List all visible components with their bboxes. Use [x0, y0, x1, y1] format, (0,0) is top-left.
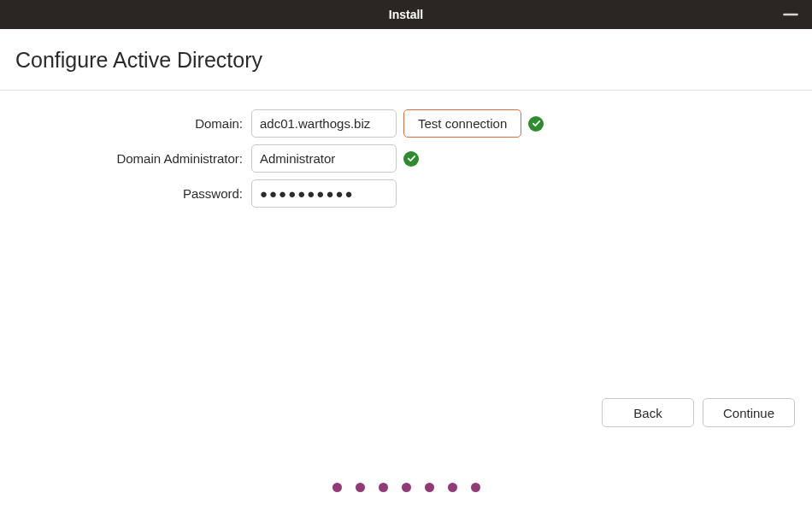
titlebar: Install: [0, 0, 812, 29]
domain-label: Domain:: [0, 116, 244, 131]
progress-dot: [471, 483, 480, 492]
checkmark-icon: [403, 151, 419, 167]
window-title: Install: [389, 8, 423, 21]
content-area: Configure Active Directory Domain: Test …: [0, 29, 812, 528]
password-label: Password:: [0, 186, 244, 201]
continue-button[interactable]: Continue: [703, 398, 795, 427]
footer-buttons: Back Continue: [602, 398, 795, 427]
progress-dot: [425, 483, 434, 492]
page-header: Configure Active Directory: [0, 29, 812, 91]
progress-dot: [402, 483, 411, 492]
admin-input[interactable]: [251, 144, 397, 173]
page-title: Configure Active Directory: [15, 48, 797, 73]
domain-input[interactable]: [251, 109, 397, 138]
progress-dot: [332, 483, 342, 492]
progress-dot: [379, 483, 388, 492]
admin-row: Domain Administrator:: [0, 144, 812, 173]
back-button[interactable]: Back: [602, 398, 694, 427]
form-area: Domain: Test connection Domain Administr…: [0, 91, 812, 208]
password-row: Password:: [0, 179, 812, 208]
password-input[interactable]: [251, 179, 397, 208]
test-connection-button[interactable]: Test connection: [403, 109, 521, 138]
domain-row: Domain: Test connection: [0, 109, 812, 138]
progress-indicator: [0, 483, 812, 492]
progress-dot: [448, 483, 457, 492]
admin-label: Domain Administrator:: [0, 151, 244, 166]
checkmark-icon: [528, 116, 544, 132]
minimize-icon[interactable]: [783, 7, 798, 22]
progress-dot: [356, 483, 365, 492]
